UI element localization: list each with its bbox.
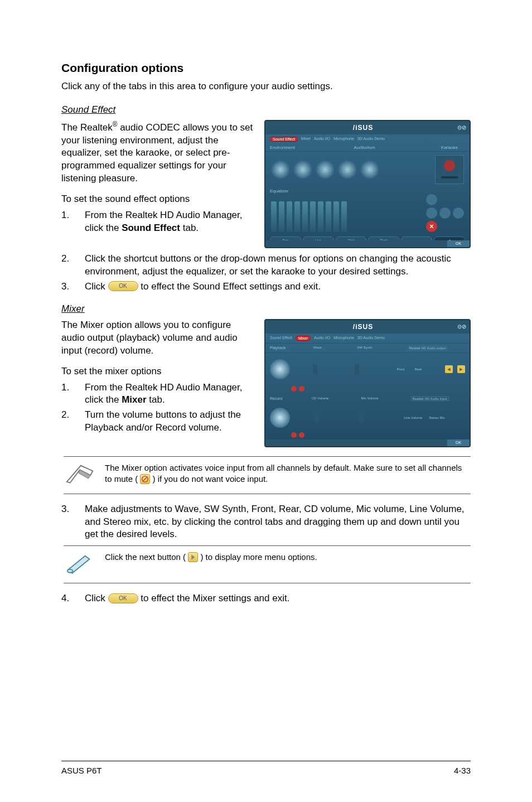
section-heading: Configuration options — [61, 61, 471, 75]
intro-text: Click any of the tabs in this area to co… — [61, 80, 471, 93]
ss2-rec-in: Realtek HD Audio Input — [411, 397, 449, 401]
ss2-pb-col-sw: SW Synth — [357, 346, 372, 350]
mixer-step-3: 3. Make adjustments to Wave, SW Synth, F… — [61, 503, 471, 542]
eq-slider — [318, 201, 323, 232]
mixer-step-1: 1. From the Realtek HD Audio Manager, cl… — [61, 381, 254, 407]
mixer-step-1-bold: Mixer — [122, 394, 146, 405]
env-icon — [271, 160, 290, 179]
se-step-3: 3. Click OK to effect the Sound Effect s… — [61, 281, 471, 293]
se-step-2: 2. Click the shortcut buttons or the dro… — [61, 253, 471, 278]
se-step-1-num: 1. — [61, 209, 85, 235]
ss-ok-button: OK — [447, 439, 470, 446]
se-step-2-num: 2. — [61, 253, 85, 278]
ss2-pb-front: Front — [396, 368, 404, 371]
next-icon: ► — [457, 365, 465, 373]
se-step-3-num: 3. — [61, 281, 85, 293]
vol-slider — [315, 413, 319, 423]
eq-slider — [326, 201, 331, 232]
eq-slider — [287, 201, 292, 232]
ss1-tab-3d: 3D Audio Demo — [357, 137, 385, 142]
ss-ok-button: OK — [447, 240, 470, 247]
preset-circle — [426, 207, 437, 219]
record-knob — [270, 408, 290, 428]
mixer-step-2-txt: Turn the volume buttons to adjust the Pl… — [85, 409, 254, 434]
pen-icon — [64, 552, 96, 577]
env-icon — [316, 160, 335, 179]
preset-circle — [426, 194, 437, 205]
mixer-screenshot: /iSUS ⊝⊘ Sound Effect Mixer Audio I/O Mi… — [264, 319, 471, 447]
env-icon — [338, 160, 357, 179]
se-para1-pre: The Realtek — [61, 122, 113, 133]
ss2-pb-out: Realtek HD Audio output — [408, 346, 448, 350]
karaoke-box — [435, 155, 464, 184]
ss1-env-label: Environment — [270, 145, 295, 150]
note-icon — [64, 462, 96, 488]
close-icon: ⊝⊘ — [457, 323, 466, 330]
mixer-para1: The Mixer option allows you to configure… — [61, 319, 254, 357]
se-step-3-post: to effect the Sound Effect settings and … — [141, 281, 321, 292]
mixer-step-4-pre: Click — [85, 593, 108, 603]
ss1-tab-audio-io: Audio I/O — [314, 137, 330, 142]
preset-circle — [439, 207, 451, 219]
mixer-step-3-txt: Make adjustments to Wave, SW Synth, Fron… — [85, 503, 471, 542]
delete-icon: × — [426, 221, 437, 232]
env-icon — [293, 160, 312, 179]
mixer-step-4: 4. Click OK to effect the Mixer settings… — [61, 592, 471, 605]
eq-slider — [294, 201, 300, 232]
svg-point-2 — [67, 569, 73, 573]
preset-circle — [453, 207, 464, 219]
footer-right: 4-33 — [454, 766, 471, 775]
note-box: The Mixer option activates voice input f… — [64, 456, 471, 494]
mute-toggle — [299, 386, 304, 392]
ss1-tab-mixer: Mixer — [301, 137, 311, 142]
sound-effect-screenshot: /iSUS ⊝⊘ Sound Effect Mixer Audio I/O Mi… — [264, 120, 471, 248]
note1-post: ) if you do not want voice input. — [153, 474, 268, 484]
page-footer: ASUS P6T 4-33 — [61, 761, 471, 775]
eq-slider — [279, 201, 284, 232]
sound-effect-para1: The Realtek® audio CODEC allows you to s… — [61, 120, 254, 185]
se-step-1-post: tab. — [180, 223, 199, 233]
ss2-tab-3d: 3D Audio Demo — [357, 336, 385, 341]
ss2-pb-rear: Rear — [414, 368, 422, 371]
footer-left: ASUS P6T — [61, 766, 102, 775]
mute-icon — [140, 474, 150, 484]
eq-slider — [310, 201, 316, 232]
ss1-tab-microphone: Microphone — [333, 137, 354, 142]
mixer-subheading: Mixer — [61, 303, 471, 315]
mute-toggle — [291, 432, 297, 438]
ok-pill-icon: OK — [108, 281, 138, 291]
mute-toggle — [299, 432, 304, 438]
ss2-tab-microphone: Microphone — [333, 336, 354, 341]
ss1-logo: /iSUS — [353, 124, 373, 132]
mixer-step-3-num: 3. — [61, 503, 85, 542]
mute-toggle — [291, 386, 297, 392]
ss2-rec-col-cd: CD Volume — [312, 397, 328, 401]
mixer-step-4-num: 4. — [61, 592, 85, 605]
note2-pre: Click the next button ( — [105, 552, 186, 562]
se-step-1-bold: Sound Effect — [122, 223, 180, 233]
playback-knob — [270, 359, 290, 379]
vol-slider — [359, 413, 364, 423]
vol-slider — [313, 364, 317, 374]
note-box: Click the next button ( ) to display mor… — [64, 545, 471, 583]
mixer-step-2-num: 2. — [61, 409, 85, 434]
ss1-karaoke-label: Karaoke — [434, 145, 465, 150]
ss2-rec-stereo: Stereo Mix — [429, 416, 445, 419]
se-step-3-pre: Click — [85, 281, 108, 292]
close-icon: ⊝⊘ — [457, 124, 466, 131]
ss2-tab-sound-effect: Sound Effect — [270, 336, 292, 341]
mixer-step-1-num: 1. — [61, 381, 85, 407]
ss1-tab-sound-effect: Sound Effect — [270, 137, 298, 142]
ok-pill-icon: OK — [108, 593, 138, 603]
ss2-tab-mixer: Mixer — [296, 336, 311, 341]
sound-effect-subheading: Sound Effect — [61, 104, 471, 115]
mixer-step-2: 2. Turn the volume buttons to adjust the… — [61, 409, 254, 434]
ss2-pb-col-wave: Wave — [313, 346, 322, 350]
eq-slider — [271, 201, 277, 232]
ss2-logo: /iSUS — [353, 323, 373, 331]
note2-post: ) to display more menu options. — [200, 552, 317, 562]
ss2-rec-line: Line Volume — [404, 416, 422, 419]
env-icon — [360, 160, 379, 179]
eq-slider — [333, 201, 339, 232]
eq-slider — [302, 201, 308, 232]
